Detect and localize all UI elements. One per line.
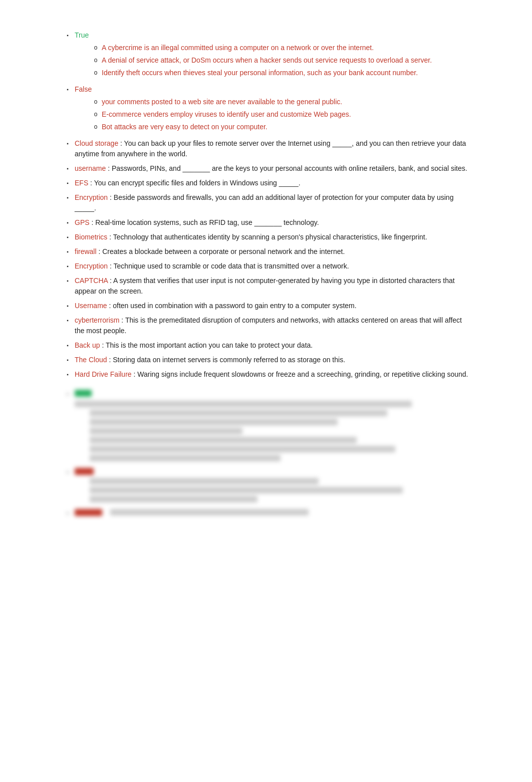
item-content: EFS : You can encrypt specific files and… bbox=[75, 178, 471, 188]
encryption-item1: ▪Encryption : Beside passwords and firew… bbox=[61, 192, 471, 213]
item-text: Beside passwords and firewalls, you can … bbox=[75, 193, 453, 212]
sub-content: A cybercrime is an illegal committed usi… bbox=[102, 43, 471, 53]
item-content: TrueoA cybercrime is an illegal committe… bbox=[75, 30, 471, 80]
sub-list-item: oBot attacks are very easy to detect on … bbox=[90, 122, 471, 132]
item-content: firewall : Creates a blockade between a … bbox=[75, 246, 471, 257]
keyword: False bbox=[75, 85, 92, 93]
item-text: You can back up your files to remote ser… bbox=[75, 139, 466, 158]
item-text: A system that verifies that user input i… bbox=[75, 277, 455, 295]
item-text: You can encrypt specific files and folde… bbox=[94, 179, 301, 187]
keyword: Biometrics bbox=[75, 233, 107, 241]
keyword: cyberterrorism bbox=[75, 316, 119, 324]
blurred-section: ▪ ▪ bbox=[61, 390, 471, 518]
item-text: Real-time location systems, such as RFID… bbox=[95, 218, 319, 226]
item-content: CAPTCHA : A system that verifies that us… bbox=[75, 276, 471, 297]
list-bullet: ▪ bbox=[61, 232, 75, 241]
colon: : bbox=[97, 247, 103, 255]
colon: : bbox=[119, 316, 125, 324]
colon: : bbox=[108, 193, 114, 201]
efs-item: ▪EFS : You can encrypt specific files an… bbox=[61, 178, 471, 188]
list-bullet: ▪ bbox=[61, 84, 75, 93]
item-text: Technique used to scramble or code data … bbox=[114, 262, 349, 270]
backup-item: ▪Back up : This is the most important ac… bbox=[61, 340, 471, 351]
item-text: Passwords, PINs, and _______ are the key… bbox=[112, 164, 467, 172]
sub-bullet: o bbox=[90, 97, 102, 106]
item-text: Technology that authenticates identity b… bbox=[113, 233, 427, 241]
item-content: Biometrics : Technology that authenticat… bbox=[75, 232, 471, 242]
list-bullet: ▪ bbox=[61, 301, 75, 310]
colon: : bbox=[108, 277, 113, 285]
cloud-storage-item: ▪Cloud storage : You can back up your fi… bbox=[61, 138, 471, 159]
main-list: ▪TrueoA cybercrime is an illegal committ… bbox=[61, 30, 471, 380]
captcha-item: ▪CAPTCHA : A system that verifies that u… bbox=[61, 276, 471, 297]
item-text: This is the premeditated disruption of c… bbox=[75, 316, 462, 335]
keyword: GPS bbox=[75, 218, 90, 226]
item-content: Encryption : Technique used to scramble … bbox=[75, 261, 471, 272]
sub-content: E-commerce venders employ viruses to ide… bbox=[102, 109, 471, 120]
gps-item: ▪GPS : Real-time location systems, such … bbox=[61, 217, 471, 228]
username-item2: ▪Username : often used in combination wi… bbox=[61, 301, 471, 311]
list-bullet: ▪ bbox=[61, 315, 75, 324]
colon: : bbox=[132, 370, 138, 378]
keyword: EFS bbox=[75, 179, 88, 187]
false-item: ▪Falseoyour comments posted to a web sit… bbox=[61, 84, 471, 134]
item-content: Falseoyour comments posted to a web site… bbox=[75, 84, 471, 134]
sub-bullet: o bbox=[90, 55, 102, 65]
sub-list-item: oIdentify theft occurs when thieves stea… bbox=[90, 68, 471, 78]
keyword: firewall bbox=[75, 247, 97, 255]
item-content: username : Passwords, PINs, and _______ … bbox=[75, 163, 471, 174]
biometrics-item: ▪Biometrics : Technology that authentica… bbox=[61, 232, 471, 242]
colon: : bbox=[118, 139, 124, 147]
list-bullet: ▪ bbox=[61, 246, 75, 255]
list-bullet: ▪ bbox=[61, 340, 75, 349]
keyword: Encryption bbox=[75, 262, 108, 270]
thecloud-item: ▪The Cloud : Storing data on internet se… bbox=[61, 355, 471, 365]
colon: : bbox=[107, 356, 113, 364]
colon: : bbox=[88, 179, 94, 187]
colon: : bbox=[100, 341, 106, 349]
item-text: Waring signs include frequent slowdowns … bbox=[137, 370, 468, 378]
sub-bullet: o bbox=[90, 68, 102, 77]
item-text: Creates a blockade between a corporate o… bbox=[102, 247, 345, 255]
sub-bullet: o bbox=[90, 122, 102, 131]
item-text: Storing data on internet servers is comm… bbox=[113, 356, 345, 364]
harddrive-item: ▪Hard Drive Failure : Waring signs inclu… bbox=[61, 369, 471, 380]
list-bullet: ▪ bbox=[61, 355, 75, 364]
sub-list-item: oA denial of service attack, or DoSm occ… bbox=[90, 55, 471, 66]
sub-content: your comments posted to a web site are n… bbox=[102, 97, 471, 107]
cyberterrorism-item: ▪cyberterrorism : This is the premeditat… bbox=[61, 315, 471, 336]
list-bullet: ▪ bbox=[61, 369, 75, 378]
main-content: ▪TrueoA cybercrime is an illegal committ… bbox=[61, 30, 471, 518]
sub-content: A denial of service attack, or DoSm occu… bbox=[102, 55, 471, 66]
colon: : bbox=[106, 164, 112, 172]
sub-content: Bot attacks are very easy to detect on y… bbox=[102, 122, 471, 132]
item-content: The Cloud : Storing data on internet ser… bbox=[75, 355, 471, 365]
keyword: Cloud storage bbox=[75, 139, 118, 147]
list-bullet: ▪ bbox=[61, 163, 75, 172]
colon: : bbox=[107, 233, 113, 241]
colon: : bbox=[90, 218, 96, 226]
item-content: Hard Drive Failure : Waring signs includ… bbox=[75, 369, 471, 380]
encryption-item2: ▪Encryption : Technique used to scramble… bbox=[61, 261, 471, 272]
firewall-item: ▪firewall : Creates a blockade between a… bbox=[61, 246, 471, 257]
item-content: Cloud storage : You can back up your fil… bbox=[75, 138, 471, 159]
list-bullet: ▪ bbox=[61, 192, 75, 201]
sub-bullet: o bbox=[90, 43, 102, 52]
item-text: This is the most important action you ca… bbox=[106, 341, 313, 349]
username-item: ▪username : Passwords, PINs, and _______… bbox=[61, 163, 471, 174]
item-content: GPS : Real-time location systems, such a… bbox=[75, 217, 471, 228]
item-content: Back up : This is the most important act… bbox=[75, 340, 471, 351]
list-bullet: ▪ bbox=[61, 217, 75, 226]
keyword: Back up bbox=[75, 341, 100, 349]
colon: : bbox=[107, 302, 113, 310]
list-bullet: ▪ bbox=[61, 30, 75, 39]
sub-list: oyour comments posted to a web site are … bbox=[90, 97, 471, 132]
item-text: often used in combination with a passwor… bbox=[113, 302, 356, 310]
keyword: True bbox=[75, 31, 89, 39]
list-bullet: ▪ bbox=[61, 178, 75, 187]
keyword: Encryption bbox=[75, 193, 108, 201]
list-bullet: ▪ bbox=[61, 138, 75, 147]
keyword: Hard Drive Failure bbox=[75, 370, 132, 378]
sub-content: Identify theft occurs when thieves steal… bbox=[102, 68, 471, 78]
list-bullet: ▪ bbox=[61, 261, 75, 270]
